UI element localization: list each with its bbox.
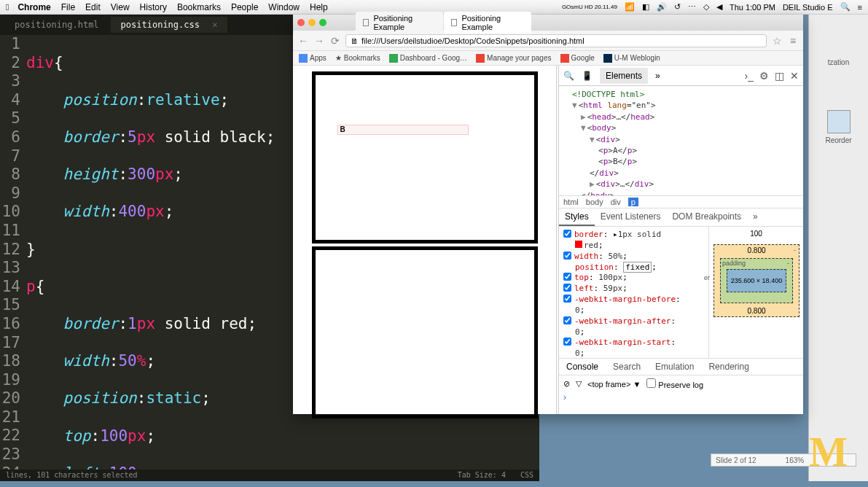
dom-tree[interactable]: <!DOCTYPE html> ▼<html lang="en"> ▶<head… [559,86,803,195]
status-lang[interactable]: CSS [520,471,533,480]
breadcrumb[interactable]: html body div p [559,195,803,209]
devtools: 🔍 📱 Elements » ›_ ⚙ ◫ ✕ <!DOCTYPE html> … [558,66,803,414]
more-tabs-icon[interactable]: » [655,71,660,81]
bm-b2: 0.800 [714,307,799,315]
display-icon[interactable]: ◧ [642,2,649,12]
wifi-icon[interactable]: 📶 [625,2,635,12]
menu-icon[interactable]: ≡ [787,35,799,47]
breadcrumb-html[interactable]: html [563,198,579,206]
editor-tab-html[interactable]: positioning.html [4,17,109,34]
bookmarks-bar: Apps ★ Bookmarks Dashboard - Goog… Manag… [293,51,803,66]
dom-doctype: <!DOCTYPE html> [563,89,799,100]
menu-edit[interactable]: Edit [85,2,101,12]
chrome-tab-1[interactable]: Positioning Example [356,12,443,34]
bm-google[interactable]: Google [560,54,595,63]
style-check[interactable] [563,273,571,281]
traffic-lights [297,19,327,26]
reorder-icon[interactable] [827,110,851,133]
inspect-icon[interactable]: 🔍 [563,71,574,81]
tab-event-listeners[interactable]: Event Listeners [595,209,667,226]
breadcrumb-div[interactable]: div [611,198,621,206]
max-icon[interactable] [319,19,327,26]
close-icon[interactable] [297,19,305,26]
devtools-tab-elements[interactable]: Elements [600,68,648,84]
frame-selector[interactable]: <top frame> ▼ [587,380,641,389]
console-prompt[interactable]: › [559,392,803,402]
bm-er: er [704,274,710,281]
url-text: file:///Users/deilstudioe/Desktop/CodeSn… [361,36,584,45]
color-swatch-icon[interactable] [575,241,582,248]
chrome-tab-2[interactable]: Positioning Example [444,12,531,34]
slide-zoom: 163% [786,456,805,464]
style-check[interactable] [563,295,571,303]
bm-dash2: - [787,260,789,267]
menubar-time[interactable]: Thu 1:00 PM [730,3,775,12]
editor-tab-css[interactable]: positioning.css × [111,17,228,34]
style-check[interactable] [563,316,571,324]
dots-icon[interactable]: ⋯ [688,2,696,12]
style-value-input[interactable]: fixed [623,262,652,273]
menu-history[interactable]: History [140,2,167,12]
menu-app[interactable]: Chrome [17,2,50,12]
style-check[interactable] [563,284,571,292]
menu-view[interactable]: View [111,2,130,12]
menu-bookmarks[interactable]: Bookmarks [177,2,221,12]
gear-icon[interactable]: ⚙ [759,70,769,82]
chrome-toolbar: ← → ⟳ 🗎 file:///Users/deilstudioe/Deskto… [293,31,803,51]
status-tabsize[interactable]: Tab Size: 4 [458,471,506,480]
bm-apps[interactable]: Apps [299,54,327,63]
play-icon[interactable]: ◀ [716,2,722,12]
omnibox[interactable]: 🗎 file:///Users/deilstudioe/Desktop/Code… [345,34,767,47]
style-check[interactable] [563,252,571,260]
bm-manage[interactable]: Manage your pages [476,54,551,63]
filter-icon[interactable]: ▽ [576,379,582,389]
menu-file[interactable]: File [61,2,75,12]
breadcrumb-body[interactable]: body [586,198,603,206]
styles-tabs: Styles Event Listeners DOM Breakpoints » [559,209,803,227]
tab-emulation[interactable]: Emulation [648,359,701,375]
bm-inner: 235.600 × 18.400 [727,269,786,292]
rendered-div-2 [312,246,538,418]
tab-search[interactable]: Search [606,359,648,375]
menu-icon[interactable]: ≡ [858,3,862,12]
style-check[interactable] [563,230,571,238]
menu-help[interactable]: Help [310,2,328,12]
sync-icon[interactable]: ↺ [674,2,681,12]
clear-icon[interactable]: ⊘ [563,379,570,389]
preserve-log[interactable]: Preserve log [646,378,703,389]
tab-rendering[interactable]: Rendering [701,359,756,375]
bm-umich[interactable]: U-M Weblogin [603,54,660,63]
line-gutter: 123456789101112131415161718192021222324 [0,35,26,487]
menu-window[interactable]: Window [268,2,300,12]
menu-people[interactable]: People [231,2,258,12]
dock-icon[interactable]: ◫ [775,70,784,82]
file-icon: 🗎 [351,36,359,45]
chrome-titlebar: Positioning Example Positioning Example [293,15,803,31]
devtools-close-icon[interactable]: ✕ [790,70,799,82]
bm-bookmarks[interactable]: ★ Bookmarks [335,54,380,62]
device-icon[interactable]: 📱 [582,71,593,81]
menubar-right: GOsmU HD 20.11.49 📶 ◧ 🔊 ↺ ⋯ ◇ ◀ Thu 1:00… [562,2,862,12]
forward-icon[interactable]: → [313,35,325,47]
back-icon[interactable]: ← [297,35,309,47]
console-drawer-icon[interactable]: ›_ [745,70,754,82]
style-check[interactable] [563,338,571,346]
reload-icon[interactable]: ⟳ [329,35,341,47]
star-icon[interactable]: ☆ [771,35,783,47]
dropbox-icon[interactable]: ◇ [703,2,709,12]
min-icon[interactable] [308,19,316,26]
tab-styles[interactable]: Styles [559,209,595,226]
bm-dashboard[interactable]: Dashboard - Goog… [389,54,467,63]
breadcrumb-p[interactable]: p [628,198,638,206]
styles-list[interactable]: border: ▸1px solid red; width: 50%; posi… [559,227,708,358]
tab-dom-breakpoints[interactable]: DOM Breakpoints [666,209,747,226]
michigan-logo: M [809,429,843,475]
box-model: 100 er - 0.800 padding - 235.600 × 18.40… [708,227,803,358]
menubar-user[interactable]: DEIL Studio E [783,3,833,12]
search-icon[interactable]: 🔍 [840,2,851,12]
styles-more-icon[interactable]: » [747,209,764,226]
tab-close-icon[interactable]: × [212,20,217,30]
tab-console[interactable]: Console [559,359,606,375]
apple-icon:  [6,2,9,12]
volume-icon[interactable]: 🔊 [657,2,667,12]
